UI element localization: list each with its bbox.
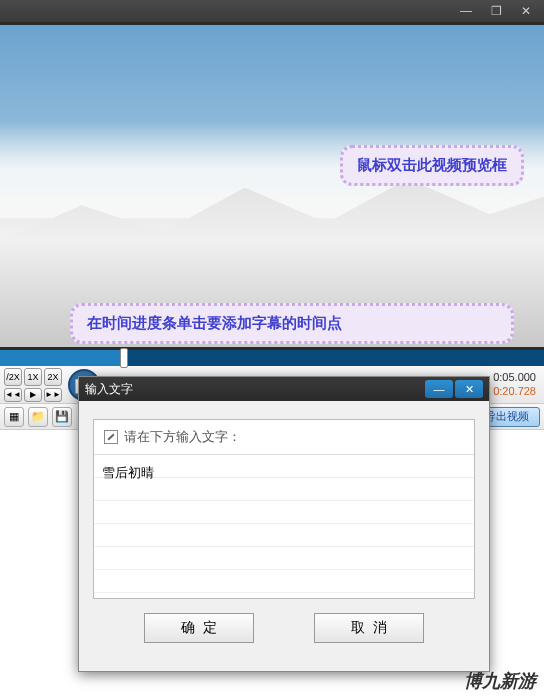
open-button[interactable]: 📁 <box>28 407 48 427</box>
dialog-title-text: 输入文字 <box>85 381 133 398</box>
ok-button[interactable]: 确定 <box>144 613 254 643</box>
input-dialog: 输入文字 — ✕ 请在下方输入文字： 确定 取消 <box>78 376 490 672</box>
new-button[interactable]: ▦ <box>4 407 24 427</box>
callout-timeline: 在时间进度条单击要添加字幕的时间点 <box>70 303 514 344</box>
timeline[interactable] <box>0 350 544 366</box>
edit-icon <box>104 430 118 444</box>
timeline-progress <box>0 350 120 366</box>
timeline-handle[interactable] <box>120 348 128 368</box>
save-button[interactable]: 💾 <box>52 407 72 427</box>
window-titlebar: — ❐ ✕ <box>0 0 544 22</box>
watermark: 博九新游 <box>464 669 536 693</box>
step-button[interactable]: ▶ <box>24 388 42 402</box>
minimize-button[interactable]: — <box>454 3 478 19</box>
speed-half-button[interactable]: /2X <box>4 368 22 386</box>
current-time: 0:05.000 <box>493 371 536 384</box>
next-button[interactable]: ►► <box>44 388 62 402</box>
dialog-minimize-button[interactable]: — <box>425 380 453 398</box>
text-input[interactable] <box>94 455 474 595</box>
close-button[interactable]: ✕ <box>514 3 538 19</box>
maximize-button[interactable]: ❐ <box>484 3 508 19</box>
speed-controls: /2X 1X 2X <box>4 368 62 386</box>
speed-1x-button[interactable]: 1X <box>24 368 42 386</box>
input-section: 请在下方输入文字： <box>93 419 475 599</box>
input-prompt: 请在下方输入文字： <box>94 420 474 455</box>
cancel-button[interactable]: 取消 <box>314 613 424 643</box>
speed-2x-button[interactable]: 2X <box>44 368 62 386</box>
prev-button[interactable]: ◄◄ <box>4 388 22 402</box>
timecode-display: 0:05.000 0:20.728 <box>493 371 540 397</box>
dialog-close-button[interactable]: ✕ <box>455 380 483 398</box>
prompt-text: 请在下方输入文字： <box>124 428 241 446</box>
video-preview[interactable]: 鼠标双击此视频预览框 在时间进度条单击要添加字幕的时间点 <box>0 22 544 350</box>
total-time: 0:20.728 <box>493 385 536 398</box>
dialog-titlebar[interactable]: 输入文字 — ✕ <box>79 377 489 401</box>
callout-preview: 鼠标双击此视频预览框 <box>340 145 524 186</box>
